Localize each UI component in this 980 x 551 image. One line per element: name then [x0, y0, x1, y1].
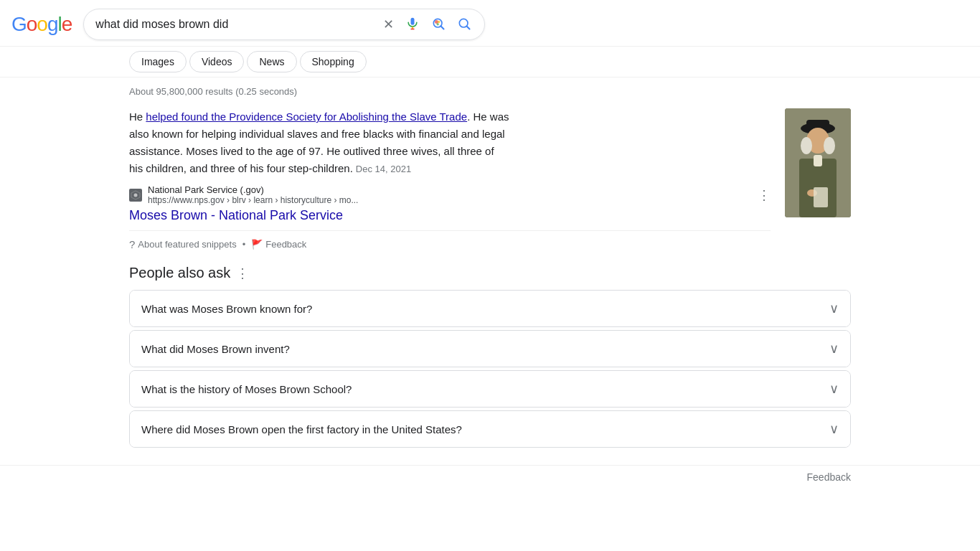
search-bar: ✕ [83, 9, 485, 40]
paa-question-4-text: Where did Moses Brown open the first fac… [141, 423, 462, 435]
paa-question-1[interactable]: What was Moses Brown known for? ∨ [130, 291, 850, 326]
search-icon [457, 17, 471, 33]
paa-title-text: People also ask [129, 265, 230, 281]
feedback-icon: 🚩 [251, 239, 263, 250]
search-icons: ✕ [382, 15, 473, 34]
snippet-text-before: He [129, 110, 146, 123]
source-name: National Park Service (.gov) [148, 184, 358, 195]
header: Google ✕ [0, 0, 980, 47]
snippet-date: Dec 14, 2021 [356, 164, 411, 174]
logo-o2: o [37, 13, 47, 36]
chevron-down-icon-3: ∨ [829, 381, 839, 397]
svg-line-7 [441, 26, 444, 29]
search-input[interactable] [95, 18, 382, 31]
logo-g2: g [47, 13, 58, 36]
logo-e: e [62, 13, 72, 36]
paa-question-4[interactable]: Where did Moses Brown open the first fac… [130, 411, 850, 447]
svg-rect-19 [814, 155, 822, 166]
paa-item-3: What is the history of Moses Brown Schoo… [129, 370, 851, 408]
dot-separator: • [242, 239, 246, 250]
snippet-content: He helped found the Providence Society f… [129, 108, 771, 250]
voice-search-button[interactable] [404, 15, 421, 34]
results-count: About 95,800,000 results (0.25 seconds) [129, 86, 851, 97]
search-submit-button[interactable] [456, 15, 473, 34]
tab-shopping[interactable]: Shopping [300, 51, 367, 72]
svg-point-17 [824, 137, 835, 154]
results-area: About 95,800,000 results (0.25 seconds) … [0, 77, 980, 459]
paa-title: People also ask ⋮ [129, 265, 851, 281]
paa-question-2[interactable]: What did Moses Brown invent? ∨ [130, 331, 850, 367]
source-url: https://www.nps.gov › blrv › learn › his… [148, 195, 358, 205]
snippet-image [785, 108, 851, 217]
paa-question-1-text: What was Moses Brown known for? [141, 303, 312, 315]
about-snippets-button[interactable]: ? About featured snippets [129, 238, 237, 250]
source-favicon [129, 189, 142, 202]
logo-g: G [11, 13, 27, 36]
logo-o1: o [27, 13, 37, 36]
more-options-button[interactable]: ⋮ [758, 187, 771, 203]
feedback-button[interactable]: 🚩 Feedback [251, 239, 306, 250]
paa-item-2: What did Moses Brown invent? ∨ [129, 330, 851, 367]
tab-news[interactable]: News [247, 51, 296, 72]
tab-images[interactable]: Images [129, 51, 187, 72]
tab-videos[interactable]: Videos [189, 51, 245, 72]
mic-icon [405, 17, 420, 33]
featured-snippet: He helped found the Providence Society f… [129, 108, 851, 250]
snippet-link[interactable]: helped found the Providence Society for … [146, 110, 467, 123]
paa-question-3[interactable]: What is the history of Moses Brown Schoo… [130, 371, 850, 407]
about-snippets-label: About featured snippets [138, 239, 236, 250]
source-row: National Park Service (.gov) https://www… [129, 184, 771, 205]
source-info: National Park Service (.gov) https://www… [148, 184, 358, 205]
bottom-feedback[interactable]: Feedback [0, 465, 980, 489]
paa-item-4: Where did Moses Brown open the first fac… [129, 410, 851, 448]
svg-point-10 [134, 193, 138, 197]
paa-question-3-text: What is the history of Moses Brown Schoo… [141, 383, 352, 395]
google-logo[interactable]: Google [11, 13, 72, 36]
chevron-down-icon-4: ∨ [829, 421, 839, 437]
paa-more-button[interactable]: ⋮ [236, 265, 249, 281]
feedback-row: ? About featured snippets • 🚩 Feedback [129, 230, 771, 250]
svg-point-16 [801, 137, 812, 154]
nav-tabs: Images Videos News Shopping [0, 47, 980, 77]
svg-point-6 [437, 23, 439, 25]
snippet-text: He helped found the Providence Society f… [129, 108, 509, 177]
clear-button[interactable]: ✕ [382, 15, 395, 34]
svg-line-9 [467, 26, 470, 29]
paa-section: People also ask ⋮ What was Moses Brown k… [129, 265, 851, 448]
paa-question-2-text: What did Moses Brown invent? [141, 343, 290, 355]
svg-point-5 [438, 20, 440, 22]
chevron-down-icon-2: ∨ [829, 341, 839, 357]
clear-icon: ✕ [383, 17, 394, 32]
chevron-down-icon-1: ∨ [829, 301, 839, 316]
result-link[interactable]: Moses Brown - National Park Service [129, 208, 771, 223]
paa-item-1: What was Moses Brown known for? ∨ [129, 290, 851, 327]
svg-rect-0 [411, 17, 415, 24]
feedback-label: Feedback [265, 239, 306, 250]
svg-rect-21 [814, 187, 828, 207]
lens-icon [431, 17, 446, 33]
lens-button[interactable] [430, 15, 447, 34]
question-circle-icon: ? [129, 238, 135, 250]
